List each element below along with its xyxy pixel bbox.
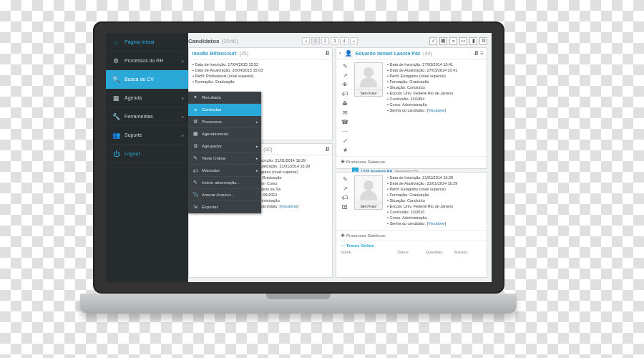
submenu-teste-online[interactable]: ✎Teste Online▸ — [188, 153, 261, 165]
submenu-processos[interactable]: ⚙Processos▸ — [188, 116, 261, 128]
toolbar-list-icon[interactable]: ≡ — [449, 37, 457, 45]
edit-icon[interactable]: ✎ — [340, 175, 350, 183]
sidebar-label: Processos do RH — [125, 58, 163, 63]
pager-next[interactable]: » — [350, 37, 358, 44]
sidebar-item-logout[interactable]: ⏻Logout — [106, 145, 188, 163]
key-icon[interactable]: ⚿ — [340, 203, 350, 211]
sidebar-item-support[interactable]: 👥Suporte▸ — [106, 126, 188, 145]
chevron-right-icon: ▸ — [182, 77, 184, 82]
pager-page-1[interactable]: 1 — [311, 37, 319, 44]
more-icon[interactable]: ⋯ — [340, 127, 350, 135]
section-processos[interactable]: Processos Seletivos: — [336, 156, 487, 167]
pager-page-2[interactable]: 2 — [321, 37, 329, 44]
chevron-right-icon: ▸ — [256, 144, 258, 148]
candidate-photo: Sem Foto! — [354, 62, 383, 97]
tag-icon: 🏷 — [192, 168, 198, 173]
sidebar: ⌂Página Inicial ⚙Processos do RH▸ 🔍Busca… — [106, 33, 188, 282]
col-nome: Nome — [341, 250, 397, 254]
submenu-observacao[interactable]: ✎Incluir observação... — [188, 177, 261, 189]
view-password-link[interactable]: Visualizar — [428, 221, 445, 226]
menu-icon[interactable]: ≡ — [480, 50, 484, 57]
info-icon[interactable]: B — [326, 50, 329, 57]
pager-page-4[interactable]: 4 — [340, 37, 348, 44]
chevron-right-icon: ▸ — [182, 132, 184, 137]
expand-icon[interactable]: ⤢ — [340, 137, 350, 144]
submenu-search-cv: ✦Resultado ≡Currículos ⚙Processos▸ ▦Agen… — [188, 92, 261, 213]
candidate-card-2: ‹ 👤 Eduardo Ismael Lasota Paz (44) B≡ ✎ … — [336, 47, 487, 169]
power-icon: ⏻ — [112, 150, 120, 158]
info-icon[interactable]: B — [474, 50, 478, 57]
tests-title[interactable]: — Testes Online — [341, 243, 482, 248]
section-processos[interactable]: Processos Seletivos: — [336, 230, 487, 241]
home-icon: ⌂ — [112, 39, 120, 46]
app-window: Candidatos (3546) « 1 2 3 4 » ✓ ▦ ≡ ▭ ▮ … — [106, 33, 492, 282]
avatar-icon: 👤 — [344, 49, 353, 58]
tests-table-header: Nome Status Questões Acertos — [341, 250, 482, 254]
tag-icon[interactable]: 🏷 — [340, 90, 350, 97]
info-icon[interactable]: B — [326, 146, 329, 153]
toolbar-card-icon[interactable]: ▭ — [459, 37, 467, 45]
prev-card-button[interactable]: ‹ — [339, 50, 341, 57]
candidate-details: Data de Inscrição: 21/01/2014 16:29 Data… — [387, 175, 457, 227]
phone-icon[interactable]: ☎ — [340, 118, 350, 125]
view-password-link[interactable]: Visualizar — [280, 204, 298, 208]
support-icon: 👥 — [112, 132, 120, 139]
toolbar-grid-icon[interactable]: ▦ — [439, 37, 447, 45]
sidebar-item-home[interactable]: ⌂Página Inicial — [106, 33, 188, 52]
col-questoes: Questões — [426, 250, 454, 254]
link-icon[interactable]: ↗ — [340, 72, 350, 79]
pager: « 1 2 3 4 » — [302, 37, 358, 44]
calendar-icon: ▦ — [192, 131, 198, 137]
tag-icon[interactable]: 🏷 — [340, 194, 350, 201]
mail-icon[interactable]: ✉ — [340, 109, 350, 116]
sidebar-label: Página Inicial — [125, 39, 155, 44]
toolbar-chart-icon[interactable]: ▮ — [469, 37, 477, 45]
page-title: Candidatos — [188, 38, 220, 44]
search-icon: 🔍 — [112, 76, 120, 83]
sidebar-label: Busca de CV — [125, 77, 154, 82]
toolbar-check-icon[interactable]: ✓ — [429, 37, 437, 45]
sidebar-label: Agenda — [125, 95, 142, 100]
sidebar-item-search-cv[interactable]: 🔍Busca de CV▸ — [106, 70, 188, 89]
wrench-icon: 🔧 — [112, 113, 120, 120]
candidate-name[interactable]: randão Bittencourt — [192, 51, 237, 56]
submenu-marcador[interactable]: 🏷Marcador▸ — [188, 165, 261, 177]
link-icon[interactable]: ↗ — [340, 185, 350, 192]
note-icon: ✎ — [192, 180, 198, 185]
pager-prev[interactable]: « — [302, 37, 310, 44]
toolbar-gear-icon[interactable]: ⚙ — [479, 37, 487, 45]
sidebar-item-tools[interactable]: 🔧Ferramentas▸ — [106, 107, 188, 126]
candidate-age: (44) — [423, 51, 431, 56]
candidate-age: (25) — [240, 51, 248, 56]
submenu-agendamento[interactable]: ▦Agendamento — [188, 128, 261, 140]
submenu-exportar[interactable]: ⇲Exportar — [188, 201, 261, 213]
candidate-card-4: ✎ ↗ 🏷 ⚿ Sem Foto! Data de Inscrição: 21/… — [336, 172, 487, 278]
laptop-frame: Candidatos (3546) « 1 2 3 4 » ✓ ▦ ≡ ▭ ▮ … — [93, 21, 504, 322]
view-password-link[interactable]: Visualizar — [428, 108, 445, 112]
candidate-age: (30) — [263, 147, 272, 152]
result-count: (3546) — [222, 38, 238, 44]
submenu-anexar[interactable]: 📎Anexar Arquivo... — [188, 189, 261, 201]
calendar-icon: ▦ — [112, 95, 120, 102]
candidate-details: Data de Inscrição: 27/03/2014 10:41 Data… — [387, 62, 457, 153]
edit-icon[interactable]: ✎ — [340, 62, 350, 69]
action-icon-column: ✎ ↗ 👁 🏷 🖶 ✉ ☎ ⋯ ⤢ ★ — [340, 62, 350, 153]
chevron-right-icon: ▸ — [182, 114, 184, 119]
print-icon[interactable]: 🖶 — [340, 100, 350, 107]
submenu-curriculos[interactable]: ≡Currículos — [188, 104, 261, 116]
candidate-name[interactable]: Eduardo Ismael Lasota Paz — [356, 51, 421, 56]
sidebar-item-processes[interactable]: ⚙Processos do RH▸ — [106, 52, 188, 70]
sidebar-item-agenda[interactable]: ▦Agenda▸ — [106, 89, 188, 107]
pager-page-3[interactable]: 3 — [331, 37, 338, 44]
view-icon[interactable]: 👁 — [340, 81, 350, 88]
sidebar-label: Suporte — [125, 132, 142, 137]
card-header: randão Bittencourt (25) B — [189, 48, 332, 59]
candidate-details: Data de Inscrição: 17/04/2015 15:52 Data… — [192, 62, 263, 85]
candidate-photo: Sem Foto! — [354, 175, 383, 210]
sidebar-label: Ferramentas — [125, 114, 153, 119]
submenu-agrupador[interactable]: ⧉Agrupador▸ — [188, 140, 261, 153]
card-header: ‹ 👤 Eduardo Ismael Lasota Paz (44) B≡ — [336, 48, 487, 59]
star-icon[interactable]: ★ — [340, 146, 350, 153]
section-testes-online: — Testes Online Nome Status Questões Ace… — [336, 241, 487, 256]
submenu-resultado[interactable]: ✦Resultado — [188, 92, 261, 104]
